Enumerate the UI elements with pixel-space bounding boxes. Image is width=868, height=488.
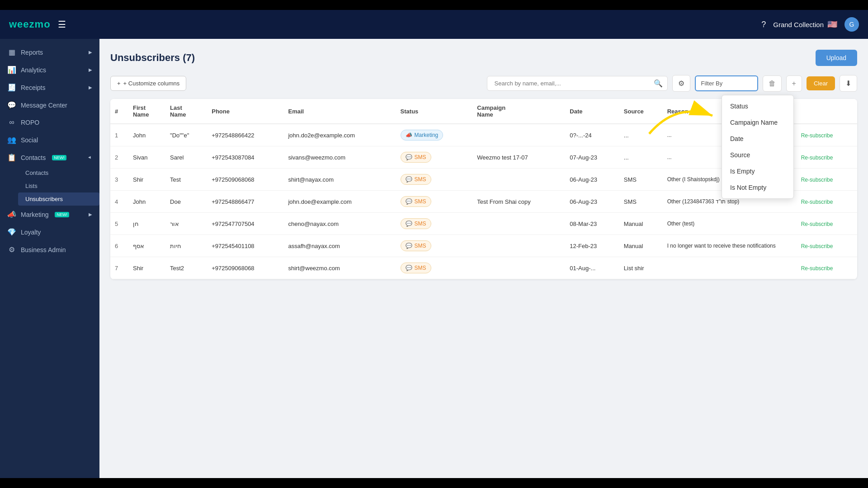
cell-phone: +972548866477: [207, 191, 283, 213]
col-campaign-name[interactable]: CampaignName: [472, 99, 565, 124]
sidebar-item-receipts[interactable]: 🧾 Receipts ▶: [0, 79, 99, 96]
status-badge: 💬 SMS: [401, 263, 431, 273]
cell-action[interactable]: Re-subscribe: [797, 191, 857, 213]
sidebar-item-social[interactable]: 👥 Social: [0, 131, 99, 149]
clear-button[interactable]: Clear: [807, 76, 835, 90]
col-status[interactable]: Status: [396, 99, 473, 124]
col-phone[interactable]: Phone: [207, 99, 283, 124]
avatar[interactable]: G: [844, 17, 859, 32]
col-last-name[interactable]: LastName: [165, 99, 207, 124]
upload-button[interactable]: Upload: [816, 50, 857, 66]
filter-settings-button[interactable]: ⚙: [672, 75, 690, 92]
col-num: #: [110, 99, 128, 124]
sidebar-subitem-contacts[interactable]: Contacts: [18, 166, 99, 179]
cell-last-name: חיות: [165, 235, 207, 257]
cell-reason: Other (test): [663, 213, 797, 235]
cell-reason: I no longer want to receive these notifi…: [663, 235, 797, 257]
re-subscribe-link[interactable]: Re-subscribe: [801, 132, 833, 139]
col-source[interactable]: Source: [619, 99, 663, 124]
delete-button[interactable]: 🗑: [763, 75, 782, 92]
cell-first-name: John: [128, 124, 165, 146]
help-icon[interactable]: ?: [761, 20, 766, 29]
hamburger-icon[interactable]: ☰: [58, 19, 66, 30]
sidebar-subitem-lists[interactable]: Lists: [18, 179, 99, 192]
re-subscribe-link[interactable]: Re-subscribe: [801, 243, 833, 249]
sidebar-item-marketing[interactable]: 📣 Marketing NEW! ▶: [0, 206, 99, 223]
cell-first-name: חן: [128, 213, 165, 235]
cell-source: Manual: [619, 235, 663, 257]
status-badge: 💬 SMS: [401, 218, 431, 229]
toolbar: + + Customize columns 🔍 ⚙ Filter By 🗑 +: [110, 75, 857, 92]
cell-reason: [663, 257, 797, 279]
store-selector[interactable]: Grand Collection 🇺🇸: [773, 19, 837, 29]
filter-option-date[interactable]: Date: [722, 131, 793, 147]
download-button[interactable]: ⬇: [840, 75, 857, 92]
cell-num: 4: [110, 191, 128, 213]
re-subscribe-link[interactable]: Re-subscribe: [801, 177, 833, 183]
cell-last-name: Test2: [165, 257, 207, 279]
sidebar-item-ropo[interactable]: ∞ ROPO: [0, 114, 99, 131]
status-icon: 💬: [406, 221, 412, 227]
sidebar-label-social: Social: [21, 136, 38, 144]
sidebar-label-receipts: Receipts: [21, 84, 45, 91]
re-subscribe-link[interactable]: Re-subscribe: [801, 265, 833, 272]
sidebar-item-business-admin[interactable]: ⚙ Business Admin: [0, 241, 99, 258]
status-icon: 📣: [406, 132, 412, 138]
status-badge: 📣 Marketing: [401, 130, 443, 141]
table-row: 5 חן אור +972547707504 cheno@nayax.com 💬…: [110, 213, 857, 235]
cell-action[interactable]: Re-subscribe: [797, 235, 857, 257]
cell-action[interactable]: Re-subscribe: [797, 213, 857, 235]
cell-status: 💬 SMS: [396, 213, 473, 235]
cell-email: john.do2e@example.com: [283, 124, 396, 146]
filter-option-campaign-name[interactable]: Campaign Name: [722, 114, 793, 131]
cell-campaign: [472, 124, 565, 146]
sidebar-label-business-admin: Business Admin: [21, 246, 66, 253]
cell-email: shirt@weezmo.com: [283, 257, 396, 279]
sidebar-subitem-unsubscribers[interactable]: Unsubscribers: [18, 192, 99, 206]
filter-option-is-empty[interactable]: Is Empty: [722, 163, 793, 179]
contacts-icon: 📋: [7, 153, 16, 162]
cell-num: 3: [110, 169, 128, 191]
loyalty-icon: 💎: [7, 228, 16, 236]
filter-option-source[interactable]: Source: [722, 147, 793, 163]
filter-option-status[interactable]: Status: [722, 98, 793, 114]
add-filter-button[interactable]: +: [786, 75, 802, 92]
col-email[interactable]: Email: [283, 99, 396, 124]
social-icon: 👥: [7, 136, 16, 144]
sidebar-item-message-center[interactable]: 💬 Message Center: [0, 96, 99, 114]
cell-action[interactable]: Re-subscribe: [797, 169, 857, 191]
cell-status: 💬 SMS: [396, 235, 473, 257]
status-badge: 💬 SMS: [401, 240, 431, 251]
cell-status: 💬 SMS: [396, 169, 473, 191]
cell-action[interactable]: Re-subscribe: [797, 146, 857, 169]
flag-icon: 🇺🇸: [827, 19, 837, 29]
sidebar-item-contacts[interactable]: 📋 Contacts NEW! ▼: [0, 149, 99, 166]
cell-source: ...: [619, 146, 663, 169]
filter-by-select[interactable]: Filter By: [695, 75, 758, 91]
re-subscribe-link[interactable]: Re-subscribe: [801, 155, 833, 161]
cell-action[interactable]: Re-subscribe: [797, 257, 857, 279]
col-date[interactable]: Date: [565, 99, 619, 124]
sidebar-item-reports[interactable]: ▦ Reports ▶: [0, 43, 99, 61]
cell-email: john.doe@example.com: [283, 191, 396, 213]
ropo-icon: ∞: [7, 118, 16, 127]
re-subscribe-link[interactable]: Re-subscribe: [801, 221, 833, 227]
search-wrap: 🔍: [487, 76, 668, 91]
re-subscribe-link[interactable]: Re-subscribe: [801, 199, 833, 205]
filter-option-is-not-empty[interactable]: Is Not Empty: [722, 179, 793, 196]
filter-by-container: Filter By: [695, 75, 758, 91]
cell-phone: +972547707504: [207, 213, 283, 235]
search-input[interactable]: [492, 76, 654, 90]
customize-columns-button[interactable]: + + Customize columns: [110, 76, 186, 91]
message-center-icon: 💬: [7, 101, 16, 109]
sidebar-label-loyalty: Loyalty: [21, 229, 41, 236]
cell-action[interactable]: Re-subscribe: [797, 124, 857, 146]
sidebar-label-contacts: Contacts: [21, 154, 46, 161]
sidebar-item-analytics[interactable]: 📊 Analytics ▶: [0, 61, 99, 79]
cell-campaign: [472, 257, 565, 279]
chevron-icon: ▶: [89, 212, 92, 217]
sidebar-item-loyalty[interactable]: 💎 Loyalty: [0, 223, 99, 241]
col-first-name[interactable]: FirstName: [128, 99, 165, 124]
cell-status: 💬 SMS: [396, 146, 473, 169]
marketing-icon: 📣: [7, 210, 16, 219]
